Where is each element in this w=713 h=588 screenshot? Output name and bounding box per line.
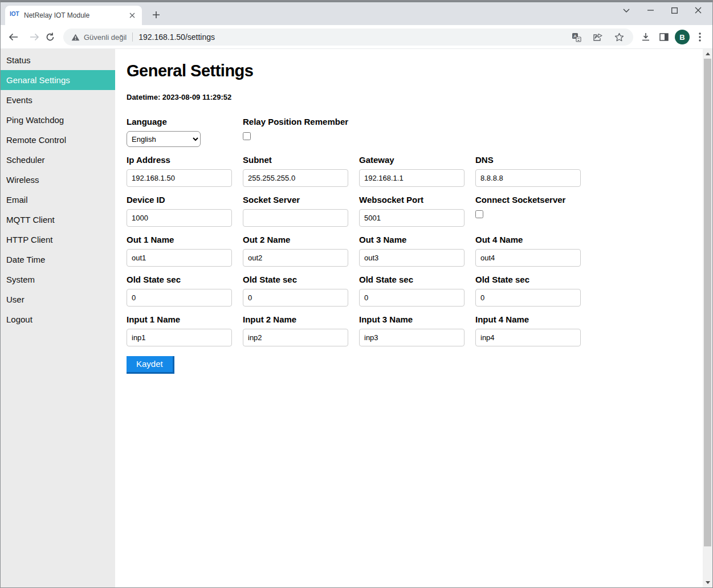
out1-name-label: Out 1 Name xyxy=(127,235,232,244)
out1-name-input[interactable] xyxy=(127,249,232,267)
input4-name-input[interactable] xyxy=(475,329,581,346)
tab-close-icon[interactable] xyxy=(127,10,137,21)
download-icon[interactable] xyxy=(638,29,654,45)
connect-socketserver-checkbox[interactable] xyxy=(475,210,483,218)
input4-name-label: Input 4 Name xyxy=(475,315,581,324)
sidebar-item-status[interactable]: Status xyxy=(1,50,115,70)
url-text[interactable]: 192.168.1.50/settings xyxy=(138,32,572,42)
out3-name-input[interactable] xyxy=(359,249,465,267)
sidebar-item-user[interactable]: User xyxy=(1,289,115,309)
back-button[interactable] xyxy=(5,29,21,45)
scrollbar-down-arrow-icon[interactable] xyxy=(703,578,712,587)
out2-name-input[interactable] xyxy=(243,249,348,267)
browser-toolbar: Güvenli değil 192.168.1.50/settings A xyxy=(1,25,712,49)
dns-label: DNS xyxy=(475,155,581,165)
scrollbar-up-arrow-icon[interactable] xyxy=(703,49,712,59)
subnet-input[interactable] xyxy=(243,169,348,187)
old-state-sec-3-label: Old State sec xyxy=(359,275,465,284)
connect-socketserver-field: Connect Socketserver xyxy=(475,187,581,227)
language-select[interactable]: English xyxy=(127,131,201,147)
gateway-label: Gateway xyxy=(359,155,465,165)
save-button[interactable]: Kaydet xyxy=(127,356,174,374)
old-state-sec-4-label: Old State sec xyxy=(475,275,581,284)
sidebar-item-events[interactable]: Events xyxy=(1,90,115,110)
relay-remember-label: Relay Position Remember xyxy=(243,117,348,126)
ip-address-label: Ip Address xyxy=(127,155,232,165)
settings-content: General Settings Datetime: 2023-08-09 11… xyxy=(115,49,712,587)
websocket-port-label: Websocket Port xyxy=(359,195,465,205)
datetime-text: Datetime: 2023-08-09 11:29:52 xyxy=(127,93,712,101)
page-scrollbar[interactable] xyxy=(703,49,712,587)
close-window-button[interactable] xyxy=(686,2,710,19)
websocket-port-input[interactable] xyxy=(359,209,465,227)
sidebar-item-mqtt-client[interactable]: MQTT Client xyxy=(1,210,115,230)
address-bar[interactable]: Güvenli değil 192.168.1.50/settings A xyxy=(63,28,633,46)
page-viewport: Status Genaral Settings Events Ping Watc… xyxy=(1,49,712,587)
tab-title: NetRelay IOT Module xyxy=(24,11,127,19)
relay-remember-checkbox[interactable] xyxy=(243,132,251,140)
language-field: Language English xyxy=(127,109,232,147)
sidebar-item-remote-control[interactable]: Remote Control xyxy=(1,130,115,150)
translate-icon[interactable]: A xyxy=(572,32,581,42)
sidebar-item-general-settings[interactable]: Genaral Settings xyxy=(1,70,115,90)
new-tab-button[interactable] xyxy=(149,7,164,22)
device-id-label: Device ID xyxy=(127,195,232,205)
tab-search-chevron-icon[interactable] xyxy=(614,2,638,19)
relay-remember-field: Relay Position Remember xyxy=(243,109,348,147)
old-state-sec-1-label: Old State sec xyxy=(127,275,232,284)
old-state-sec-2-label: Old State sec xyxy=(243,275,348,284)
scrollbar-thumb[interactable] xyxy=(704,59,711,546)
input2-name-input[interactable] xyxy=(243,329,348,346)
site-favicon-icon: IOT xyxy=(10,11,20,20)
subnet-label: Subnet xyxy=(243,155,348,165)
side-panel-icon[interactable] xyxy=(656,29,672,45)
out3-name-label: Out 3 Name xyxy=(359,235,465,244)
input3-name-label: Input 3 Name xyxy=(359,315,465,324)
reload-button[interactable] xyxy=(42,29,58,45)
input2-name-label: Input 2 Name xyxy=(243,315,348,324)
old-state-sec-3-input[interactable] xyxy=(359,289,465,307)
sidebar-item-system[interactable]: System xyxy=(1,270,115,289)
input1-name-input[interactable] xyxy=(127,329,232,346)
sidebar-item-wireless[interactable]: Wireless xyxy=(1,170,115,190)
old-state-sec-2-input[interactable] xyxy=(243,289,348,307)
sidebar-item-date-time[interactable]: Date Time xyxy=(1,250,115,270)
old-state-sec-4-input[interactable] xyxy=(475,289,581,307)
gateway-input[interactable] xyxy=(359,169,465,187)
ip-address-input[interactable] xyxy=(127,169,232,187)
minimize-button[interactable] xyxy=(638,2,662,19)
device-id-input[interactable] xyxy=(127,209,232,227)
out2-name-label: Out 2 Name xyxy=(243,235,348,244)
share-icon[interactable] xyxy=(593,32,603,42)
input3-name-input[interactable] xyxy=(359,329,465,346)
browser-tab[interactable]: IOT NetRelay IOT Module xyxy=(5,6,142,25)
maximize-button[interactable] xyxy=(662,2,686,19)
bookmark-star-icon[interactable] xyxy=(614,32,624,42)
sidebar-item-http-client[interactable]: HTTP Client xyxy=(1,230,115,250)
old-state-sec-1-input[interactable] xyxy=(127,289,232,307)
language-label: Language xyxy=(127,117,232,126)
input1-name-label: Input 1 Name xyxy=(127,315,232,324)
sidebar-item-email[interactable]: Email xyxy=(1,190,115,210)
socket-server-input[interactable] xyxy=(243,209,348,227)
sidebar-nav: Status Genaral Settings Events Ping Watc… xyxy=(1,49,115,587)
dns-input[interactable] xyxy=(475,169,581,187)
profile-avatar[interactable]: B xyxy=(675,30,690,44)
tab-strip: IOT NetRelay IOT Module xyxy=(1,1,712,25)
out4-name-input[interactable] xyxy=(475,249,581,267)
not-secure-warning-icon[interactable] xyxy=(71,34,80,41)
sidebar-item-ping-watchdog[interactable]: Ping Watchdog xyxy=(1,110,115,130)
omnibox-divider xyxy=(132,32,133,42)
sidebar-item-scheduler[interactable]: Scheduler xyxy=(1,150,115,170)
forward-button[interactable] xyxy=(26,29,42,45)
out4-name-label: Out 4 Name xyxy=(475,235,581,244)
browser-window: IOT NetRelay IOT Module xyxy=(0,0,713,588)
security-status-text[interactable]: Güvenli değil xyxy=(84,33,127,42)
sidebar-item-logout[interactable]: Logout xyxy=(1,309,115,329)
connect-socketserver-label: Connect Socketserver xyxy=(475,195,581,205)
menu-kebab-icon[interactable] xyxy=(694,29,706,45)
page-title: General Settings xyxy=(127,62,712,80)
settings-form: Language English Relay Position Remember… xyxy=(127,109,712,374)
socket-server-label: Socket Server xyxy=(243,195,348,205)
